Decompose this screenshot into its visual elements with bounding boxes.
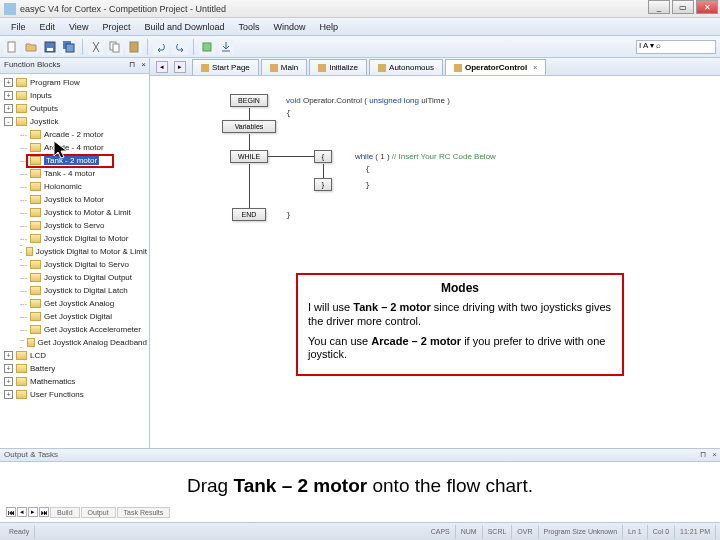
flowchart-canvas[interactable]: BEGIN Variables WHILE { } END void Opera…	[150, 76, 720, 448]
menu-edit[interactable]: Edit	[33, 20, 63, 34]
tab-icon	[270, 64, 278, 72]
folder-icon	[16, 78, 27, 87]
flow-brace-close[interactable]: }	[314, 178, 332, 191]
redo-icon[interactable]	[172, 39, 188, 55]
tab-initialize[interactable]: Initialize	[309, 59, 367, 75]
title-bar: easyC V4 for Cortex - Competition Projec…	[0, 0, 720, 18]
tree-item-js-dlatch[interactable]: ---Joystick to Digital Latch	[2, 284, 147, 297]
folder-icon	[16, 104, 27, 113]
block-icon	[30, 234, 41, 243]
panel-header-blocks: Function Blocks ⊓ ×	[0, 58, 149, 74]
tree-item-jsd-motor-limit[interactable]: ---Joystick Digital to Motor & Limit	[2, 245, 147, 258]
tree-item-get-digital[interactable]: ---Get Joystick Digital	[2, 310, 147, 323]
tree-item-get-deadband[interactable]: ---Get Joystick Analog Deadband	[2, 336, 147, 349]
panel-title: Output & Tasks	[4, 450, 58, 459]
maximize-button[interactable]: ▭	[672, 0, 694, 14]
cut-icon[interactable]	[88, 39, 104, 55]
copy-icon[interactable]	[107, 39, 123, 55]
block-icon	[30, 273, 41, 282]
tab-close-icon[interactable]: ×	[533, 64, 537, 71]
pin-icon[interactable]: ⊓	[129, 60, 135, 69]
minimize-button[interactable]: _	[648, 0, 670, 14]
tree-item-tank2[interactable]: ---Tank - 2 motor	[2, 154, 147, 167]
open-icon[interactable]	[23, 39, 39, 55]
tab-icon	[318, 64, 326, 72]
tree-userfn[interactable]: +User Functions	[2, 388, 147, 401]
tree-item-js-motor[interactable]: ---Joystick to Motor	[2, 193, 147, 206]
tab-start[interactable]: Start Page	[192, 59, 259, 75]
saveall-icon[interactable]	[61, 39, 77, 55]
save-icon[interactable]	[42, 39, 58, 55]
close-button[interactable]: ✕	[696, 0, 718, 14]
annotation-modes: Modes I will use Tank – 2 motor since dr…	[296, 273, 624, 376]
menu-file[interactable]: File	[4, 20, 33, 34]
menu-tools[interactable]: Tools	[231, 20, 266, 34]
tree-lcd[interactable]: +LCD	[2, 349, 147, 362]
menu-help[interactable]: Help	[313, 20, 346, 34]
instruction-text: Drag Tank – 2 motor onto the flow chart.	[0, 468, 720, 504]
block-icon	[30, 130, 41, 139]
panel-close-icon[interactable]: ×	[712, 450, 717, 459]
block-icon	[30, 286, 41, 295]
tree-item-js-motor-limit[interactable]: ---Joystick to Motor & Limit	[2, 206, 147, 219]
toolbar-search[interactable]: I A ▾ ⌕	[636, 40, 716, 54]
panel-title: Function Blocks	[4, 60, 60, 69]
folder-icon	[16, 364, 27, 373]
btab-next-icon[interactable]: ▸	[28, 507, 38, 517]
btab-build[interactable]: Build	[50, 507, 80, 518]
menu-build[interactable]: Build and Download	[137, 20, 231, 34]
flow-begin[interactable]: BEGIN	[230, 94, 268, 107]
flow-brace-open[interactable]: {	[314, 150, 332, 163]
tree-item-arcade2[interactable]: ---Arcade - 2 motor	[2, 128, 147, 141]
block-icon	[30, 260, 41, 269]
tree-battery[interactable]: +Battery	[2, 362, 147, 375]
flow-end[interactable]: END	[232, 208, 266, 221]
tab-main[interactable]: Main	[261, 59, 307, 75]
tree-item-arcade4[interactable]: ---Arcade - 4 motor	[2, 141, 147, 154]
block-icon	[30, 312, 41, 321]
menu-bar: File Edit View Project Build and Downloa…	[0, 18, 720, 36]
menu-window[interactable]: Window	[266, 20, 312, 34]
paste-icon[interactable]	[126, 39, 142, 55]
status-progsize: Program Size Unknown	[539, 525, 624, 539]
build-icon[interactable]	[199, 39, 215, 55]
tree-item-tank4[interactable]: ---Tank - 4 motor	[2, 167, 147, 180]
tab-label: OperatorControl	[465, 63, 527, 72]
status-col: Col 0	[648, 525, 675, 539]
folder-icon	[16, 377, 27, 386]
btab-output[interactable]: Output	[81, 507, 116, 518]
tree-program-flow[interactable]: +Program Flow	[2, 76, 147, 89]
tab-autonomous[interactable]: Autonomous	[369, 59, 443, 75]
app-icon	[4, 3, 16, 15]
tab-strip: ◂ ▸ Start Page Main Initialize Autonomou…	[150, 58, 720, 76]
download-icon[interactable]	[218, 39, 234, 55]
tree-joystick[interactable]: -Joystick	[2, 115, 147, 128]
btab-last-icon[interactable]: ⏭	[39, 507, 49, 517]
tree-item-js-dout[interactable]: ---Joystick to Digital Output	[2, 271, 147, 284]
new-icon[interactable]	[4, 39, 20, 55]
tree-item-js-servo[interactable]: ---Joystick to Servo	[2, 219, 147, 232]
tree-math[interactable]: +Mathematics	[2, 375, 147, 388]
btab-first-icon[interactable]: ⏮	[6, 507, 16, 517]
pin-icon[interactable]: ⊓	[700, 450, 706, 459]
panel-close-icon[interactable]: ×	[141, 60, 146, 69]
btab-tasks[interactable]: Task Results	[117, 507, 171, 518]
tab-next-icon[interactable]: ▸	[174, 61, 186, 73]
tree-inputs[interactable]: +Inputs	[2, 89, 147, 102]
btab-prev-icon[interactable]: ◂	[17, 507, 27, 517]
flow-while[interactable]: WHILE	[230, 150, 268, 163]
annotation-p2: You can use Arcade – 2 motor if you pref…	[308, 335, 612, 363]
tab-prev-icon[interactable]: ◂	[156, 61, 168, 73]
flow-variables[interactable]: Variables	[222, 120, 276, 133]
tree-item-get-accel[interactable]: ---Get Joystick Accelerometer	[2, 323, 147, 336]
tab-operatorcontrol[interactable]: OperatorControl×	[445, 59, 546, 75]
tree-item-holonomic[interactable]: ---Holonomic	[2, 180, 147, 193]
flow-connector	[249, 164, 250, 208]
menu-project[interactable]: Project	[95, 20, 137, 34]
menu-view[interactable]: View	[62, 20, 95, 34]
output-panel-header: Output & Tasks ⊓ ×	[0, 448, 720, 462]
tree-item-get-analog[interactable]: ---Get Joystick Analog	[2, 297, 147, 310]
tree-outputs[interactable]: +Outputs	[2, 102, 147, 115]
code-line-4: {	[346, 164, 370, 173]
undo-icon[interactable]	[153, 39, 169, 55]
